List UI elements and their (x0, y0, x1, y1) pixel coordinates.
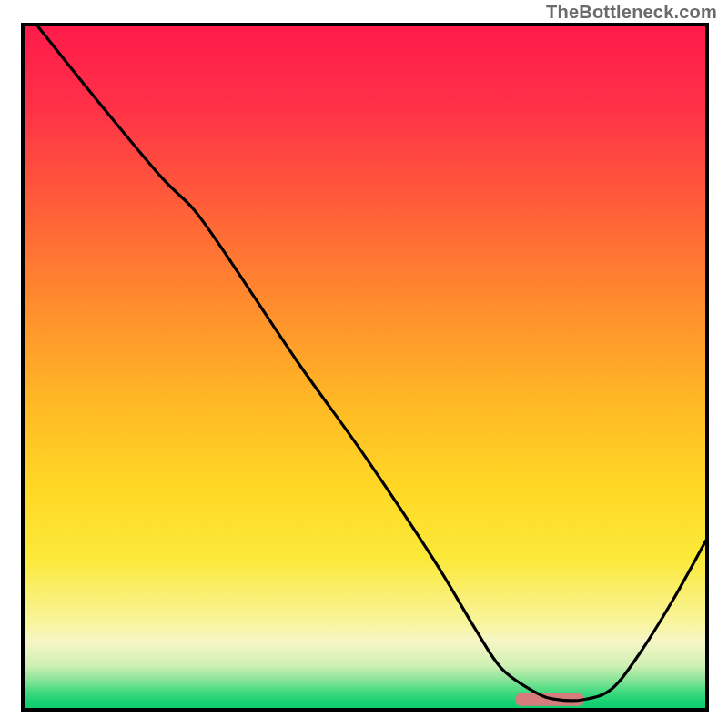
bottleneck-chart (0, 0, 728, 728)
chart-background-gradient (23, 25, 707, 710)
attribution-label: TheBottleneck.com (546, 2, 717, 23)
chart-container: TheBottleneck.com (0, 0, 728, 728)
